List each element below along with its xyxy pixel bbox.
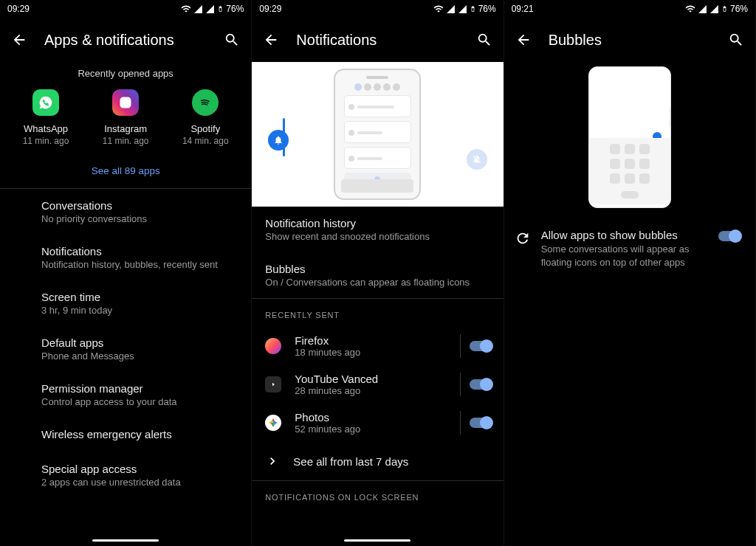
app-bar: Notifications <box>252 18 503 62</box>
recent-apps-row: WhatsApp 11 min. ago Instagram 11 min. a… <box>0 89 251 155</box>
notifications-hero <box>252 62 503 207</box>
battery-percent: 76% <box>226 4 244 14</box>
status-time: 09:29 <box>259 4 281 14</box>
hero-phone-illustration <box>334 69 421 200</box>
subheader-recently-sent: RECENTLY SENT <box>252 299 503 327</box>
search-button[interactable] <box>223 31 241 49</box>
app-time: 11 min. ago <box>103 136 149 146</box>
signal-icon <box>446 4 456 14</box>
status-time: 09:21 <box>512 4 534 14</box>
status-right: 76% <box>181 4 244 14</box>
firefox-icon <box>265 338 281 354</box>
toggle-firefox[interactable] <box>468 339 493 353</box>
item-wireless-alerts[interactable]: Wireless emergency alerts <box>0 418 251 452</box>
app-name: Spotify <box>190 123 220 134</box>
wifi-icon <box>433 4 444 14</box>
refresh-icon <box>515 230 531 246</box>
recent-app-spotify[interactable]: Spotify 14 min. ago <box>166 89 245 146</box>
battery-percent: 76% <box>478 4 496 14</box>
whatsapp-icon <box>32 89 59 116</box>
divider <box>460 334 461 358</box>
status-bar: 09:29 76% <box>252 0 503 18</box>
back-button[interactable] <box>262 31 280 49</box>
wifi-icon <box>685 4 695 14</box>
status-right: 76% <box>433 4 496 14</box>
signal-icon <box>709 4 719 14</box>
search-button[interactable] <box>727 31 745 49</box>
item-default-apps[interactable]: Default apps Phone and Messages <box>0 326 251 372</box>
divider <box>460 373 461 396</box>
spotify-icon <box>192 89 219 116</box>
settings-list: Notification history Show recent and sno… <box>252 207 503 298</box>
screen-bubbles: 09:21 76% Bubbles <box>504 0 756 546</box>
battery-icon <box>721 4 728 14</box>
allow-bubbles-row[interactable]: Allow apps to show bubbles Some conversa… <box>504 218 755 279</box>
settings-list: Conversations No priority conversations … <box>0 189 251 498</box>
nav-bar[interactable] <box>252 534 503 546</box>
signal-icon <box>193 4 203 14</box>
back-button[interactable] <box>515 31 532 49</box>
toggle-allow-bubbles[interactable] <box>717 229 742 243</box>
see-all-last-7-days[interactable]: See all from last 7 days <box>252 442 503 480</box>
item-screen-time[interactable]: Screen time 3 hr, 9 min today <box>0 280 251 326</box>
toggle-photos[interactable] <box>468 415 493 430</box>
bell-on-icon <box>268 130 289 151</box>
item-bubbles[interactable]: Bubbles On / Conversations can appear as… <box>252 252 503 298</box>
item-notifications[interactable]: Notifications Notification history, bubb… <box>0 235 251 280</box>
nav-bar[interactable] <box>0 534 251 546</box>
instagram-icon <box>112 89 139 116</box>
recent-app-whatsapp[interactable]: WhatsApp 11 min. ago <box>7 89 86 146</box>
item-permission-manager[interactable]: Permission manager Control app access to… <box>0 372 251 418</box>
status-bar: 09:29 76% <box>0 0 251 18</box>
status-time: 09:29 <box>7 4 30 14</box>
recent-photos[interactable]: Photos 52 minutes ago <box>252 404 503 442</box>
hero-phone-illustration <box>588 66 671 208</box>
search-button[interactable] <box>475 31 493 49</box>
bell-off-icon <box>467 149 487 170</box>
recent-app-instagram[interactable]: Instagram 11 min. ago <box>86 89 165 146</box>
subheader-lock-screen: NOTIFICATIONS ON LOCK SCREEN <box>252 481 503 509</box>
back-button[interactable] <box>10 31 28 49</box>
recent-youtube-vanced[interactable]: YouTube Vanced 28 minutes ago <box>252 365 503 404</box>
app-time: 14 min. ago <box>182 136 229 146</box>
page-title: Notifications <box>296 32 458 49</box>
app-time: 11 min. ago <box>23 136 69 146</box>
divider <box>460 411 461 435</box>
wifi-icon <box>181 4 191 14</box>
battery-icon <box>470 4 476 14</box>
status-bar: 09:21 76% <box>504 0 755 18</box>
app-bar: Bubbles <box>504 18 755 62</box>
recent-apps-header: Recently opened apps <box>0 62 251 89</box>
see-all-apps-link[interactable]: See all 89 apps <box>0 155 251 188</box>
app-name: WhatsApp <box>24 123 68 134</box>
youtube-vanced-icon <box>265 376 281 393</box>
item-notification-history[interactable]: Notification history Show recent and sno… <box>252 207 503 252</box>
page-title: Bubbles <box>549 32 711 49</box>
signal-icon <box>458 4 467 14</box>
bubbles-hero <box>504 62 755 218</box>
svg-point-1 <box>123 100 128 105</box>
recent-firefox[interactable]: Firefox 18 minutes ago <box>252 327 503 365</box>
screen-notifications: 09:29 76% Notifications <box>252 0 504 546</box>
battery-icon <box>217 4 224 14</box>
page-title: Apps & notifications <box>44 32 207 49</box>
signal-icon <box>698 4 707 14</box>
item-conversations[interactable]: Conversations No priority conversations <box>0 189 251 235</box>
svg-point-2 <box>128 99 130 100</box>
status-right: 76% <box>685 4 748 14</box>
toggle-youtube-vanced[interactable] <box>468 377 493 392</box>
chevron-right-icon <box>265 454 280 469</box>
signal-icon <box>205 4 215 14</box>
item-special-app-access[interactable]: Special app access 2 apps can use unrest… <box>0 452 251 498</box>
app-name: Instagram <box>104 123 147 134</box>
battery-percent: 76% <box>730 4 748 14</box>
screen-apps-notifications: 09:29 76% Apps & notifications Recently … <box>0 0 252 546</box>
app-bar: Apps & notifications <box>0 18 251 62</box>
photos-icon <box>265 415 281 431</box>
